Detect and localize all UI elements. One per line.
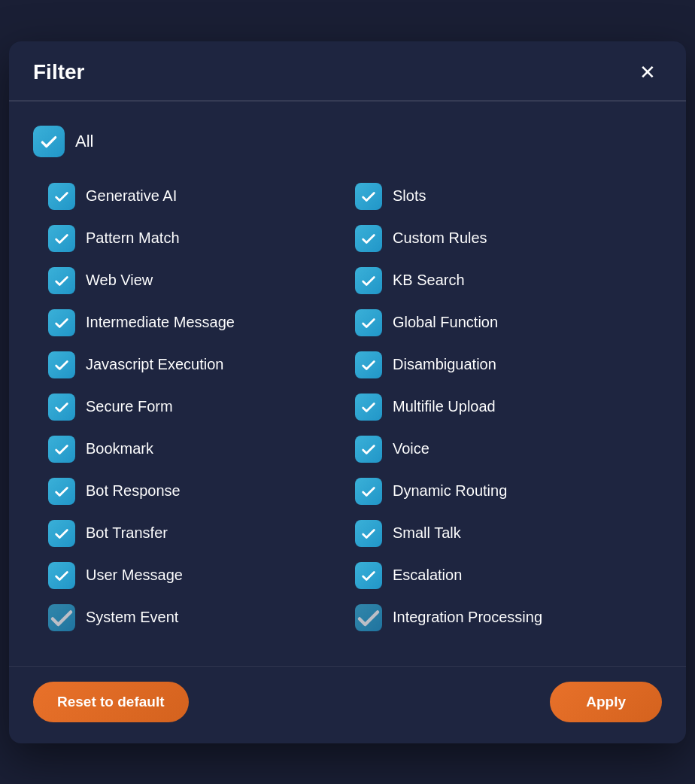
checkbox-label-slots[interactable]: Slots (393, 187, 426, 205)
checkbox-disambiguation[interactable] (355, 351, 382, 378)
checkbox-label-integration-processing[interactable]: Integration Processing (393, 609, 542, 626)
checkbox-label-web-view[interactable]: Web View (86, 272, 153, 289)
checkbox-javascript-execution[interactable] (48, 351, 75, 378)
checkbox-item-slots: Slots (355, 175, 662, 217)
checkbox-intermediate-message[interactable] (48, 309, 75, 336)
modal-body: All Generative AI Slots Pat (9, 105, 686, 660)
checkbox-system-event[interactable] (48, 604, 75, 631)
checkbox-bot-transfer[interactable] (48, 520, 75, 547)
checkbox-label-user-message[interactable]: User Message (86, 567, 183, 584)
all-checkbox-row: All (33, 126, 662, 157)
checkbox-item-web-view: Web View (48, 260, 355, 302)
checkboxes-grid: Generative AI Slots Pattern Match Cust (33, 175, 662, 639)
modal-title: Filter (33, 60, 84, 84)
checkbox-item-system-event: System Event (48, 597, 355, 639)
checkbox-label-voice[interactable]: Voice (393, 440, 429, 457)
checkbox-item-javascript-execution: Javascript Execution (48, 344, 355, 386)
checkbox-voice[interactable] (355, 436, 382, 463)
checkbox-item-global-function: Global Function (355, 302, 662, 344)
checkbox-item-custom-rules: Custom Rules (355, 217, 662, 260)
checkbox-item-secure-form: Secure Form (48, 386, 355, 428)
checkbox-item-bot-response: Bot Response (48, 470, 355, 512)
checkbox-label-disambiguation[interactable]: Disambiguation (393, 356, 496, 373)
modal-footer: Reset to default Apply (9, 666, 686, 743)
checkbox-dynamic-routing[interactable] (355, 478, 382, 505)
checkbox-item-bot-transfer: Bot Transfer (48, 512, 355, 555)
checkbox-item-multifile-upload: Multifile Upload (355, 386, 662, 428)
checkbox-multifile-upload[interactable] (355, 394, 382, 421)
checkbox-global-function[interactable] (355, 309, 382, 336)
checkbox-item-bookmark: Bookmark (48, 428, 355, 470)
checkbox-bot-response[interactable] (48, 478, 75, 505)
filter-modal: Filter ✕ All Generative AI (9, 41, 686, 743)
checkbox-item-voice: Voice (355, 428, 662, 470)
checkbox-label-intermediate-message[interactable]: Intermediate Message (86, 314, 235, 331)
checkbox-label-bookmark[interactable]: Bookmark (86, 440, 153, 457)
checkbox-item-disambiguation: Disambiguation (355, 344, 662, 386)
checkbox-label-system-event[interactable]: System Event (86, 609, 178, 626)
checkbox-custom-rules[interactable] (355, 225, 382, 252)
checkbox-label-global-function[interactable]: Global Function (393, 314, 498, 331)
all-label: All (75, 132, 93, 151)
reset-button[interactable]: Reset to default (33, 682, 189, 722)
checkbox-item-pattern-match: Pattern Match (48, 217, 355, 260)
checkbox-secure-form[interactable] (48, 394, 75, 421)
checkbox-web-view[interactable] (48, 267, 75, 294)
checkbox-label-dynamic-routing[interactable]: Dynamic Routing (393, 482, 507, 500)
checkbox-label-secure-form[interactable]: Secure Form (86, 398, 173, 415)
checkbox-label-kb-search[interactable]: KB Search (393, 272, 465, 289)
checkbox-label-multifile-upload[interactable]: Multifile Upload (393, 398, 496, 415)
all-checkbox[interactable] (33, 126, 65, 157)
checkbox-label-bot-transfer[interactable]: Bot Transfer (86, 524, 168, 542)
checkbox-label-custom-rules[interactable]: Custom Rules (393, 229, 487, 247)
close-button[interactable]: ✕ (633, 59, 662, 85)
checkbox-label-escalation[interactable]: Escalation (393, 567, 462, 584)
checkbox-generative-ai[interactable] (48, 183, 75, 210)
checkbox-user-message[interactable] (48, 562, 75, 589)
checkbox-small-talk[interactable] (355, 520, 382, 547)
checkbox-label-generative-ai[interactable]: Generative AI (86, 187, 177, 205)
checkbox-integration-processing[interactable] (355, 604, 382, 631)
checkbox-label-bot-response[interactable]: Bot Response (86, 482, 181, 500)
checkbox-item-escalation: Escalation (355, 555, 662, 597)
checkbox-label-pattern-match[interactable]: Pattern Match (86, 229, 180, 247)
checkbox-kb-search[interactable] (355, 267, 382, 294)
apply-button[interactable]: Apply (550, 682, 662, 722)
checkbox-label-small-talk[interactable]: Small Talk (393, 524, 461, 542)
checkbox-item-intermediate-message: Intermediate Message (48, 302, 355, 344)
checkbox-item-integration-processing: Integration Processing (355, 597, 662, 639)
checkbox-escalation[interactable] (355, 562, 382, 589)
checkbox-pattern-match[interactable] (48, 225, 75, 252)
checkbox-item-generative-ai: Generative AI (48, 175, 355, 217)
checkbox-bookmark[interactable] (48, 436, 75, 463)
checkbox-slots[interactable] (355, 183, 382, 210)
checkbox-label-javascript-execution[interactable]: Javascript Execution (86, 356, 223, 373)
checkbox-item-user-message: User Message (48, 555, 355, 597)
modal-header: Filter ✕ (9, 41, 686, 101)
checkbox-item-kb-search: KB Search (355, 260, 662, 302)
checkbox-item-small-talk: Small Talk (355, 512, 662, 555)
checkbox-item-dynamic-routing: Dynamic Routing (355, 470, 662, 512)
